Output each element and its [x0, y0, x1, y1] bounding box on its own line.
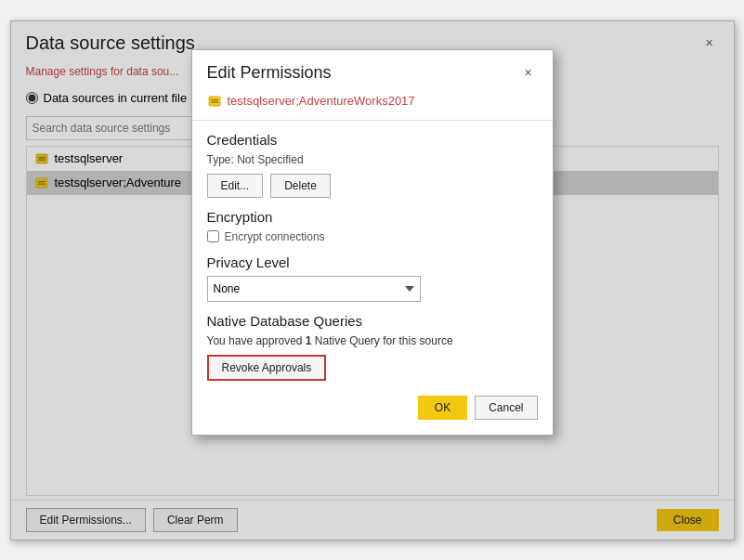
native-query-description: You have approved 1 Native Query for thi…	[207, 334, 538, 347]
main-window: Data source settings × Manage settings f…	[10, 20, 735, 540]
native-db-queries-title: Native Database Queries	[207, 313, 538, 329]
credentials-btn-row: Edit... Delete	[207, 174, 538, 198]
encrypt-connections-label: Encrypt connections	[225, 230, 325, 243]
native-db-queries-section: Native Database Queries You have approve…	[192, 302, 553, 381]
privacy-level-section: Privacy Level None Private Organizationa…	[192, 243, 553, 302]
modal-cancel-button[interactable]: Cancel	[475, 396, 537, 420]
modal-datasource-label: testsqlserver;AdventureWorks2017	[228, 94, 415, 108]
edit-credentials-button[interactable]: Edit...	[207, 174, 264, 198]
svg-rect-7	[211, 99, 218, 100]
svg-rect-6	[209, 97, 220, 106]
modal-datasource-name-row: testsqlserver;AdventureWorks2017	[192, 90, 553, 121]
encryption-row: Encrypt connections	[207, 230, 538, 243]
modal-overlay: Edit Permissions × testsqlserver;Adventu…	[11, 21, 734, 540]
modal-db-icon	[207, 94, 222, 109]
modal-title: Edit Permissions	[207, 63, 332, 83]
encryption-section: Encryption Encrypt connections	[192, 198, 553, 243]
credentials-type: Type: Not Specified	[207, 153, 538, 166]
svg-rect-8	[211, 101, 218, 102]
edit-permissions-modal: Edit Permissions × testsqlserver;Adventu…	[191, 49, 554, 436]
modal-footer: OK Cancel	[192, 381, 553, 420]
modal-header: Edit Permissions ×	[192, 50, 553, 90]
encryption-title: Encryption	[207, 209, 538, 225]
delete-credentials-button[interactable]: Delete	[270, 174, 331, 198]
revoke-approvals-button[interactable]: Revoke Approvals	[207, 355, 327, 381]
modal-close-button[interactable]: ×	[519, 63, 538, 82]
encrypt-connections-checkbox[interactable]	[207, 230, 219, 242]
credentials-title: Credentials	[207, 132, 538, 148]
privacy-level-title: Privacy Level	[207, 254, 538, 270]
privacy-level-select[interactable]: None Private Organizational Public	[207, 276, 421, 302]
modal-ok-button[interactable]: OK	[418, 396, 467, 420]
credentials-section: Credentials Type: Not Specified Edit... …	[192, 121, 553, 198]
